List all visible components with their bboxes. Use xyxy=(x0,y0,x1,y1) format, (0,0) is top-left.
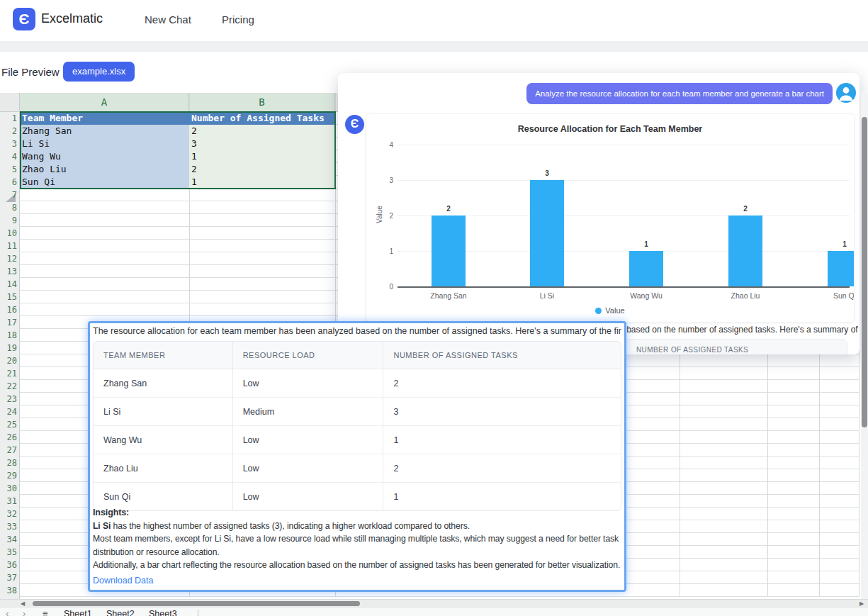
sheet-cell-a1[interactable]: Team Member xyxy=(20,112,189,125)
row-number-3[interactable]: 3 xyxy=(0,138,17,150)
sheet-tab-sheet3[interactable]: Sheet3 xyxy=(149,609,177,616)
bar-value-label: 3 xyxy=(545,169,549,177)
insights-title: Insights: xyxy=(93,506,623,520)
row-number-6[interactable]: 6 xyxy=(0,176,17,189)
row-number-20[interactable]: 20 xyxy=(0,354,17,367)
insight-line: Most team members, except for Li Si, hav… xyxy=(93,532,623,559)
download-data-link[interactable]: Download Data xyxy=(93,576,153,586)
row-number-34[interactable]: 34 xyxy=(0,533,17,546)
row-number-5[interactable]: 5 xyxy=(0,163,17,176)
row-number-4[interactable]: 4 xyxy=(0,150,17,163)
row-number-11[interactable]: 11 xyxy=(0,240,17,252)
sheet-cell-b5[interactable]: 2 xyxy=(189,163,335,176)
row-number-10[interactable]: 10 xyxy=(0,227,17,240)
page-header: Є Excelmatic New ChatPricing xyxy=(0,0,868,41)
chart-x-tick: Zhao Liu xyxy=(731,291,760,300)
row-number-19[interactable]: 19 xyxy=(0,342,17,354)
column-header-a[interactable]: A xyxy=(20,93,189,112)
row-number-18[interactable]: 18 xyxy=(0,329,17,342)
sheet-cell-b4[interactable]: 1 xyxy=(189,150,335,163)
sheet-cell-a2[interactable]: Zhang San xyxy=(20,125,189,138)
row-number-9[interactable]: 9 xyxy=(0,214,17,227)
insights-block: Insights: Li Si has the highest number o… xyxy=(93,506,623,572)
row-number-12[interactable]: 12 xyxy=(0,252,17,265)
sheet-cell-b1[interactable]: Number of Assigned Tasks xyxy=(189,112,335,125)
row-number-2[interactable]: 2 xyxy=(0,125,17,138)
nav-item-pricing[interactable]: Pricing xyxy=(222,13,254,26)
row-number-37[interactable]: 37 xyxy=(0,571,17,584)
sheet-cell-b6[interactable]: 1 xyxy=(189,176,335,189)
sheet-cell-a3[interactable]: Li Si xyxy=(20,138,189,150)
result-table-cell: Li Si xyxy=(94,398,232,426)
sheet-cell-a4[interactable]: Wang Wu xyxy=(20,150,189,163)
sheet-next-icon[interactable]: › xyxy=(23,608,26,616)
result-table-cell: Low xyxy=(232,454,383,483)
row-number-26[interactable]: 26 xyxy=(0,431,17,444)
row-number-1[interactable]: 1 xyxy=(0,112,17,125)
bar-chart-card: Resource Allocation for Each Team Member… xyxy=(366,113,855,323)
nav-item-new-chat[interactable]: New Chat xyxy=(145,13,191,26)
row-number-38[interactable]: 38 xyxy=(0,584,17,597)
chart-x-tick: Sun Qi xyxy=(833,291,855,300)
excelmatic-logo-icon: Є xyxy=(13,8,35,30)
result-intro: The resource allocation for each team me… xyxy=(93,326,621,336)
row-number-28[interactable]: 28 xyxy=(0,457,17,469)
row-number-29[interactable]: 29 xyxy=(0,469,17,482)
chat-panel: Analyze the resource allocation for each… xyxy=(338,73,859,354)
row-number-21[interactable]: 21 xyxy=(0,367,17,380)
sheet-cell-a5[interactable]: Zhao Liu xyxy=(20,163,189,176)
horizontal-scrollbar-thumb[interactable] xyxy=(33,601,360,606)
horizontal-scrollbar[interactable]: ◀ ▶ xyxy=(0,599,868,607)
result-table-row: Zhang SanLow2 xyxy=(94,369,621,398)
bar-sun-qi xyxy=(828,251,855,286)
sheet-prev-icon[interactable]: ‹ xyxy=(6,608,9,616)
row-number-35[interactable]: 35 xyxy=(0,546,17,559)
row-number-36[interactable]: 36 xyxy=(0,559,17,571)
result-table-cell: Zhang San xyxy=(94,369,232,398)
row-number-23[interactable]: 23 xyxy=(0,393,17,405)
legend-dot-icon xyxy=(595,308,602,314)
result-table-cell: Low xyxy=(232,369,383,398)
sheet-tab-sheet2[interactable]: Sheet2 xyxy=(106,609,135,616)
vertical-scrollbar-thumb[interactable] xyxy=(862,117,867,427)
row-number-33[interactable]: 33 xyxy=(0,520,17,533)
bar-zhang-san xyxy=(432,215,466,286)
row-number-30[interactable]: 30 xyxy=(0,482,17,495)
result-table-row: Zhao LiuLow2 xyxy=(94,454,621,483)
row-number-32[interactable]: 32 xyxy=(0,508,17,520)
sheet-cell-a6[interactable]: Sun Qi xyxy=(20,176,189,189)
row-number-17[interactable]: 17 xyxy=(0,316,17,329)
chart-title: Resource Allocation for Each Team Member xyxy=(366,124,854,134)
sheet-menu-icon[interactable]: ≡ xyxy=(43,608,48,616)
result-table-cell: Wang Wu xyxy=(94,426,232,454)
select-all-corner[interactable] xyxy=(0,93,20,112)
result-table-cell: 3 xyxy=(383,398,621,426)
chart-x-tick: Li Si xyxy=(540,291,554,300)
result-table-cell: 2 xyxy=(383,369,621,398)
row-number-7[interactable]: 7 xyxy=(0,189,17,201)
row-number-25[interactable]: 25 xyxy=(0,418,17,431)
result-table-cell: Medium xyxy=(232,398,383,426)
bar-wang-wu xyxy=(629,251,663,286)
row-number-22[interactable]: 22 xyxy=(0,380,17,393)
row-number-8[interactable]: 8 xyxy=(0,201,17,214)
row-number-15[interactable]: 15 xyxy=(0,291,17,303)
row-number-31[interactable]: 31 xyxy=(0,495,17,508)
column-header-b[interactable]: B xyxy=(189,93,335,112)
row-number-13[interactable]: 13 xyxy=(0,265,17,278)
vertical-scrollbar[interactable] xyxy=(861,93,868,599)
sheet-cell-b3[interactable]: 3 xyxy=(189,138,335,150)
file-badge[interactable]: example.xlsx xyxy=(63,62,135,82)
row-number-24[interactable]: 24 xyxy=(0,405,17,418)
row-number-14[interactable]: 14 xyxy=(0,278,17,291)
row-number-16[interactable]: 16 xyxy=(0,303,17,316)
user-avatar xyxy=(836,83,856,103)
sheet-tab-sheet1[interactable]: Sheet1 xyxy=(64,609,92,616)
user-message-bubble: Analyze the resource allocation for each… xyxy=(526,83,833,104)
chart-x-axis-line xyxy=(398,286,850,288)
person-icon xyxy=(836,83,856,103)
row-number-27[interactable]: 27 xyxy=(0,444,17,457)
result-th-num-tasks: NUMBER OF ASSIGNED TASKS xyxy=(383,342,621,369)
sheet-cell-b2[interactable]: 2 xyxy=(189,125,335,138)
result-panel: The resource allocation for each team me… xyxy=(88,321,626,592)
